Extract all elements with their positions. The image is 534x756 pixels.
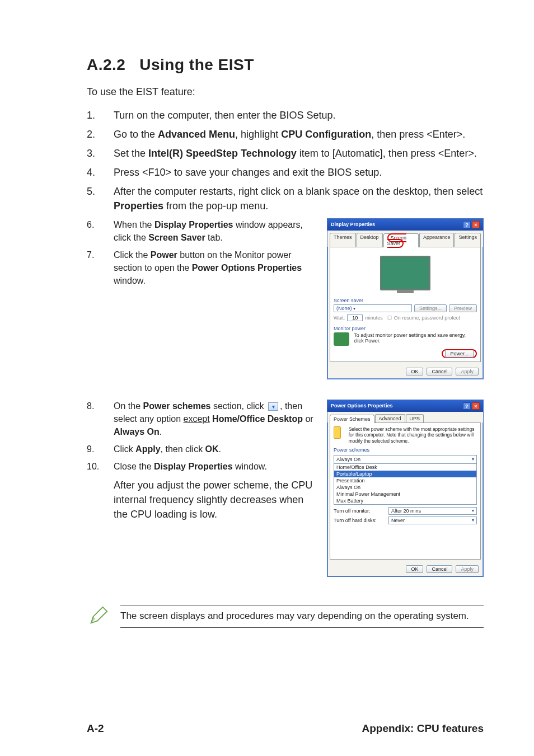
- section-heading: A.2.2 Using the EIST: [87, 56, 484, 74]
- tab-ups[interactable]: UPS: [406, 414, 424, 422]
- screensaver-group-label: Screen saver: [334, 298, 477, 303]
- dialog-tabs: Power Schemes Advanced UPS: [327, 412, 483, 422]
- pencil-note-icon: [87, 604, 110, 627]
- step-number: 8.: [87, 400, 114, 439]
- list-item[interactable]: Minimal Power Management: [334, 491, 476, 497]
- step-number: 3.: [87, 146, 114, 161]
- tab-appearance[interactable]: Appearance: [419, 233, 455, 247]
- note-separator: [120, 627, 484, 628]
- step-6: When the Display Properties window appea…: [114, 218, 316, 244]
- tab-settings[interactable]: Settings: [455, 233, 481, 247]
- turn-off-monitor-select[interactable]: After 20 mins▾: [388, 507, 477, 515]
- step-10: Close the Display Properties window.: [114, 460, 316, 473]
- list-item[interactable]: Home/Office Desk: [334, 464, 476, 471]
- dialog-titlebar: Display Properties ? ×: [327, 219, 483, 231]
- step-7: Click the Power button on the Monitor po…: [114, 248, 316, 288]
- power-scheme-options: Home/Office Desk Portable/Laptop Present…: [334, 464, 476, 504]
- step-4: Press <F10> to save your changes and exi…: [114, 165, 484, 180]
- list-item[interactable]: Max Battery: [334, 497, 476, 504]
- turn-off-monitor-label: Turn off monitor:: [334, 508, 385, 514]
- monitor-power-text: To adjust monitor power settings and sav…: [354, 332, 477, 345]
- step-number: 2.: [87, 127, 114, 142]
- step-2: Go to the Advanced Menu, highlight CPU C…: [114, 127, 484, 142]
- after-step-10-note: After you adjust the power scheme, the C…: [114, 478, 316, 522]
- chevron-down-icon: ▾: [472, 518, 474, 523]
- screensaver-settings-button[interactable]: Settings...: [414, 304, 447, 312]
- close-button[interactable]: ×: [472, 221, 480, 228]
- wait-minutes-label: minutes: [365, 315, 383, 321]
- step-9: Click Apply, then click OK.: [114, 443, 316, 456]
- page-footer: A-2 Appendix: CPU features: [87, 722, 484, 735]
- power-options-dialog: Power Options Properties ? × Power Schem…: [327, 400, 484, 577]
- highlight-oval: Screen Saver: [387, 233, 407, 248]
- preview-button[interactable]: Preview: [449, 304, 477, 312]
- highlight-oval: Power...: [442, 349, 477, 358]
- power-schemes-label: Power schemes: [334, 447, 477, 453]
- step-5: After the computer restarts, right click…: [114, 184, 484, 213]
- dropdown-icon: ▾: [268, 402, 278, 411]
- step-8: On the Power schemes section, click ▾, t…: [114, 400, 316, 439]
- tab-desktop[interactable]: Desktop: [357, 233, 383, 247]
- turn-off-disks-select[interactable]: Never▾: [388, 516, 477, 524]
- close-button[interactable]: ×: [472, 402, 480, 410]
- power-scheme-selected: Always On ▾: [334, 456, 476, 464]
- note-separator: [120, 605, 484, 605]
- list-item[interactable]: Always On: [334, 484, 476, 491]
- step-number: 5.: [87, 184, 114, 213]
- step-number: 10.: [87, 460, 114, 473]
- chevron-down-icon: ▾: [472, 508, 474, 514]
- steps-6-7: 6. When the Display Properties window ap…: [87, 218, 316, 288]
- help-button[interactable]: ?: [463, 221, 471, 228]
- step-number: 9.: [87, 443, 114, 456]
- resume-checkbox-label: On resume, password protect: [394, 315, 460, 321]
- monitor-power-label: Monitor power: [334, 326, 477, 331]
- tab-themes[interactable]: Themes: [330, 233, 356, 247]
- apply-button[interactable]: Apply: [456, 565, 479, 573]
- tab-power-schemes[interactable]: Power Schemes: [330, 415, 374, 423]
- step-number: 6.: [87, 218, 114, 244]
- footer-title: Appendix: CPU features: [362, 722, 484, 735]
- help-button[interactable]: ?: [463, 402, 471, 410]
- intro-text: To use the EIST feature:: [87, 86, 484, 98]
- power-schemes-description: Select the power scheme with the most ap…: [349, 426, 477, 444]
- dialog-tabs: Themes Desktop Screen Saver Appearance S…: [327, 231, 483, 247]
- display-properties-dialog: Display Properties ? × Themes Desktop Sc…: [327, 218, 484, 379]
- wait-label: Wait:: [334, 315, 345, 321]
- wait-input[interactable]: [347, 314, 363, 321]
- turn-off-disks-label: Turn off hard disks:: [334, 518, 385, 523]
- step-1: Turn on the computer, then enter the BIO…: [114, 108, 484, 123]
- power-scheme-dropdown[interactable]: Always On ▾ Home/Office Desk Portable/La…: [334, 455, 477, 505]
- step-3: Set the Intel(R) SpeedStep Technology it…: [114, 146, 484, 161]
- chevron-down-icon: ▾: [353, 306, 355, 311]
- ok-button[interactable]: OK: [406, 565, 423, 573]
- step-number: 7.: [87, 248, 114, 288]
- note-text: The screen displays and procedures may v…: [120, 607, 484, 626]
- steps-list: 1. Turn on the computer, then enter the …: [87, 108, 484, 214]
- tab-advanced[interactable]: Advanced: [375, 414, 405, 422]
- dialog-titlebar: Power Options Properties ? ×: [327, 400, 483, 412]
- apply-button[interactable]: Apply: [456, 368, 479, 375]
- tab-screensaver[interactable]: Screen Saver: [383, 233, 419, 247]
- step-number: 4.: [87, 165, 114, 180]
- power-button[interactable]: Power...: [445, 350, 474, 358]
- battery-icon: [334, 426, 341, 439]
- section-number: A.2.2: [87, 56, 125, 73]
- dialog-title: Power Options Properties: [331, 403, 393, 408]
- section-title-text: Using the EIST: [139, 56, 254, 73]
- list-item[interactable]: Presentation: [334, 477, 476, 484]
- list-item[interactable]: Portable/Laptop: [334, 471, 476, 477]
- ok-button[interactable]: OK: [406, 368, 423, 375]
- note-block: The screen displays and procedures may v…: [87, 604, 484, 629]
- step-number: 1.: [87, 108, 114, 123]
- screensaver-select[interactable]: (None) ▾: [334, 304, 412, 312]
- dialog-title: Display Properties: [331, 222, 375, 227]
- page-number: A-2: [87, 722, 104, 735]
- monitor-preview: [334, 253, 477, 293]
- cancel-button[interactable]: Cancel: [427, 565, 452, 573]
- energy-star-icon: [334, 332, 349, 346]
- chevron-down-icon: ▾: [472, 457, 474, 462]
- cancel-button[interactable]: Cancel: [427, 368, 452, 375]
- steps-8-10: 8. On the Power schemes section, click ▾…: [87, 400, 316, 473]
